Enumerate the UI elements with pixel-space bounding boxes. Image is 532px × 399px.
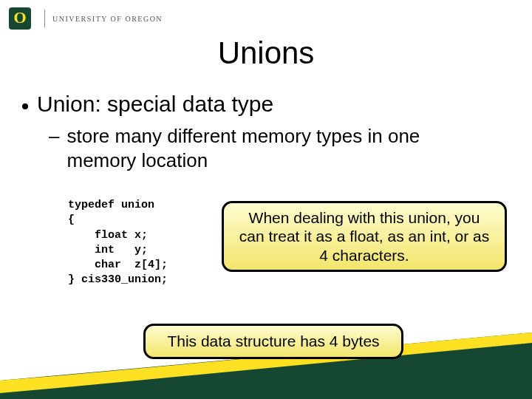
oregon-logo-icon <box>9 7 31 30</box>
code-snippet: typedef union { float x; int y; char z[4… <box>65 194 205 293</box>
slide-header: UNIVERSITY OF OREGON <box>0 0 532 31</box>
bullet-2-text: store many different memory types in one… <box>66 124 463 172</box>
slide-content: Union: special data type – store many di… <box>0 71 532 172</box>
callout-2-text: This data structure has 4 bytes <box>167 332 379 350</box>
bullet-level-2: – store many different memory types in o… <box>49 124 463 172</box>
callout-1-text: When dealing with this union, you can tr… <box>234 208 494 265</box>
bullet-level-1: Union: special data type <box>22 92 510 117</box>
bullet-1-text: Union: special data type <box>37 92 273 117</box>
header-divider <box>44 10 45 27</box>
slide-title: Unions <box>0 35 532 71</box>
university-name: UNIVERSITY OF OREGON <box>52 15 163 23</box>
bullet-dot-icon <box>22 103 28 109</box>
callout-bytes: This data structure has 4 bytes <box>143 324 403 359</box>
callout-union-explain: When dealing with this union, you can tr… <box>222 201 507 272</box>
bullet-dash-icon: – <box>49 124 59 172</box>
